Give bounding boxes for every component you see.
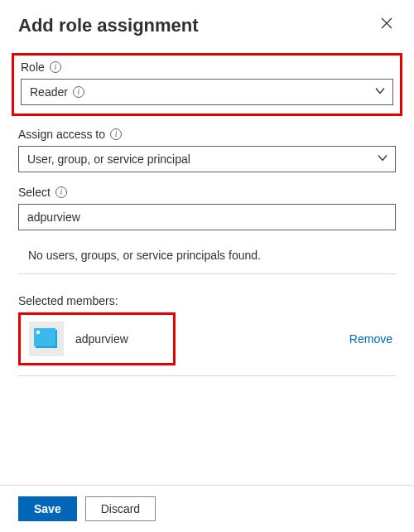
assign-dropdown[interactable]: User, group, or service principal	[18, 146, 396, 172]
select-input[interactable]	[18, 204, 396, 230]
info-icon[interactable]: i	[73, 86, 84, 98]
role-dropdown[interactable]: Reader i	[21, 79, 393, 105]
info-icon[interactable]: i	[110, 128, 122, 140]
page-title: Add role assignment	[18, 15, 199, 36]
service-principal-icon	[29, 322, 64, 356]
select-label-text: Select	[18, 186, 51, 199]
save-button[interactable]: Save	[18, 496, 77, 521]
role-selected-text: Reader	[30, 85, 68, 99]
role-highlight: Role i Reader i	[12, 53, 402, 116]
role-label-text: Role	[21, 60, 45, 74]
chevron-down-icon	[377, 152, 388, 167]
assign-selected-text: User, group, or service principal	[27, 152, 190, 166]
divider	[18, 375, 396, 376]
role-label: Role i	[21, 60, 393, 74]
divider	[18, 273, 396, 274]
member-name: adpurview	[75, 332, 128, 346]
search-empty-message: No users, groups, or service principals …	[18, 249, 396, 262]
info-icon[interactable]: i	[55, 186, 67, 198]
member-highlight: adpurview	[18, 312, 176, 365]
close-icon	[381, 17, 392, 29]
selected-member-row: adpurview Remove	[18, 312, 396, 365]
assign-label: Assign access to i	[18, 128, 396, 141]
svg-point-2	[36, 331, 40, 334]
remove-member-link[interactable]: Remove	[349, 332, 392, 346]
close-button[interactable]	[378, 15, 396, 33]
selected-members-label: Selected members:	[18, 294, 396, 307]
assign-label-text: Assign access to	[18, 128, 105, 141]
footer: Save Discard	[0, 486, 414, 532]
select-label: Select i	[18, 186, 396, 199]
chevron-down-icon	[374, 85, 386, 99]
info-icon[interactable]: i	[50, 61, 61, 73]
discard-button[interactable]: Discard	[85, 496, 156, 521]
